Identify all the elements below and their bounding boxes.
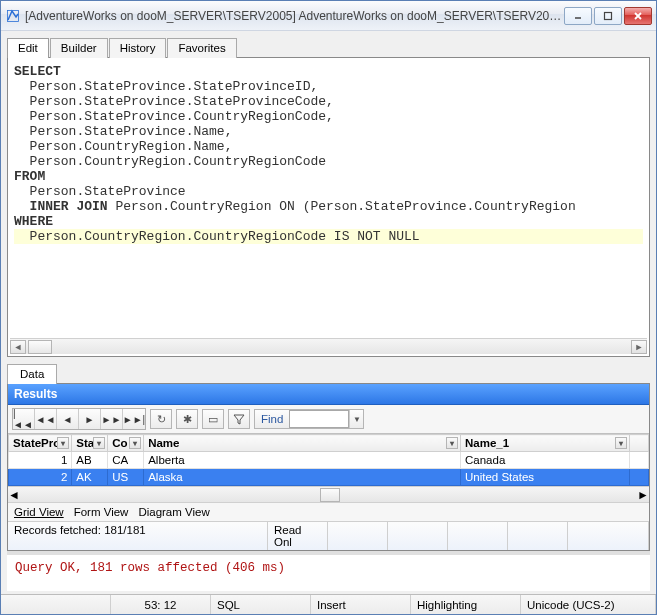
message-log[interactable]: Query OK, 181 rows affected (406 ms) <box>7 551 650 591</box>
col-header[interactable]: Name_1▾ <box>461 435 630 452</box>
app-icon <box>5 8 21 24</box>
results-toolbar: |◄◄ ◄◄ ◄ ► ►► ►►| ↻ ✱ ▭ Find ▼ <box>8 405 649 434</box>
maximize-button[interactable] <box>594 7 622 25</box>
grid-view-tab[interactable]: Grid View <box>14 506 64 518</box>
col-header[interactable]: Co▾ <box>108 435 144 452</box>
find-control: Find ▼ <box>254 409 364 429</box>
grid-scroll-left-icon[interactable]: ◄ <box>8 488 20 502</box>
tab-history[interactable]: History <box>109 38 167 58</box>
results-header: Results <box>8 384 649 405</box>
column-filter-icon[interactable]: ▾ <box>615 437 627 449</box>
scroll-thumb[interactable] <box>28 340 52 354</box>
tab-builder[interactable]: Builder <box>50 38 108 58</box>
diagram-view-tab[interactable]: Diagram View <box>138 506 209 518</box>
sql-editor[interactable]: SELECT Person.StateProvince.StateProvinc… <box>10 62 647 338</box>
window-title: [AdventureWorks on dooM_SERVER\TSERV2005… <box>25 9 564 23</box>
insert-mode-label: Insert <box>311 595 411 614</box>
delete-record-button[interactable]: ▭ <box>202 409 224 429</box>
next-record-button[interactable]: ► <box>79 409 101 429</box>
close-button[interactable] <box>624 7 652 25</box>
find-label: Find <box>255 411 289 427</box>
scroll-left-icon[interactable]: ◄ <box>10 340 26 354</box>
form-view-tab[interactable]: Form View <box>74 506 129 518</box>
scroll-right-icon[interactable]: ► <box>631 340 647 354</box>
results-view-tabs: Grid View Form View Diagram View <box>8 502 649 521</box>
col-header[interactable]: Name▾ <box>144 435 461 452</box>
results-grid[interactable]: StatePro▾Sta▾Co▾Name▾Name_1▾1ABCAAlberta… <box>8 434 649 486</box>
editor-h-scrollbar[interactable]: ◄ ► <box>10 338 647 354</box>
col-header[interactable]: Sta▾ <box>72 435 108 452</box>
prev-record-button[interactable]: ◄ <box>57 409 79 429</box>
encoding-label: Unicode (UCS-2) <box>521 595 656 614</box>
new-record-button[interactable]: ✱ <box>176 409 198 429</box>
app-window: [AdventureWorks on dooM_SERVER\TSERV2005… <box>0 0 657 615</box>
results-statusbar: Records fetched: 181/181 Read Onl <box>8 521 649 550</box>
first-record-button[interactable]: |◄◄ <box>13 409 35 429</box>
editor-panel: SELECT Person.StateProvince.StateProvinc… <box>7 57 650 357</box>
table-row[interactable]: 1ABCAAlbertaCanada <box>9 452 649 469</box>
records-fetched-label: Records fetched: 181/181 <box>8 522 268 550</box>
tab-data[interactable]: Data <box>7 364 57 384</box>
minimize-button[interactable] <box>564 7 592 25</box>
titlebar[interactable]: [AdventureWorks on dooM_SERVER\TSERV2005… <box>1 1 656 31</box>
grid-scroll-thumb[interactable] <box>320 488 340 502</box>
cursor-position: 53: 12 <box>111 595 211 614</box>
column-filter-icon[interactable]: ▾ <box>129 437 141 449</box>
grid-scroll-right-icon[interactable]: ► <box>637 488 649 502</box>
highlighting-label: Highlighting <box>411 595 521 614</box>
col-header[interactable]: StatePro▾ <box>9 435 72 452</box>
statusbar: 53: 12 SQL Insert Highlighting Unicode (… <box>1 594 656 614</box>
language-label: SQL <box>211 595 311 614</box>
find-dropdown-icon[interactable]: ▼ <box>349 410 363 428</box>
refresh-button[interactable]: ↻ <box>150 409 172 429</box>
editor-tabs: Edit Builder History Favorites <box>7 37 650 57</box>
svg-rect-2 <box>605 12 612 19</box>
tab-edit[interactable]: Edit <box>7 38 49 58</box>
filter-button[interactable] <box>228 409 250 429</box>
column-filter-icon[interactable]: ▾ <box>446 437 458 449</box>
last-record-button[interactable]: ►►| <box>123 409 145 429</box>
column-filter-icon[interactable]: ▾ <box>57 437 69 449</box>
grid-h-scrollbar[interactable]: ◄ ► <box>8 486 649 502</box>
table-row[interactable]: 2AKUSAlaskaUnited States <box>9 469 649 486</box>
tab-favorites[interactable]: Favorites <box>167 38 236 58</box>
readonly-label: Read Onl <box>268 522 328 550</box>
prev-page-button[interactable]: ◄◄ <box>35 409 57 429</box>
column-filter-icon[interactable]: ▾ <box>93 437 105 449</box>
next-page-button[interactable]: ►► <box>101 409 123 429</box>
find-input[interactable] <box>289 410 349 428</box>
results-panel: Results |◄◄ ◄◄ ◄ ► ►► ►►| ↻ ✱ ▭ Find ▼ <box>7 383 650 551</box>
